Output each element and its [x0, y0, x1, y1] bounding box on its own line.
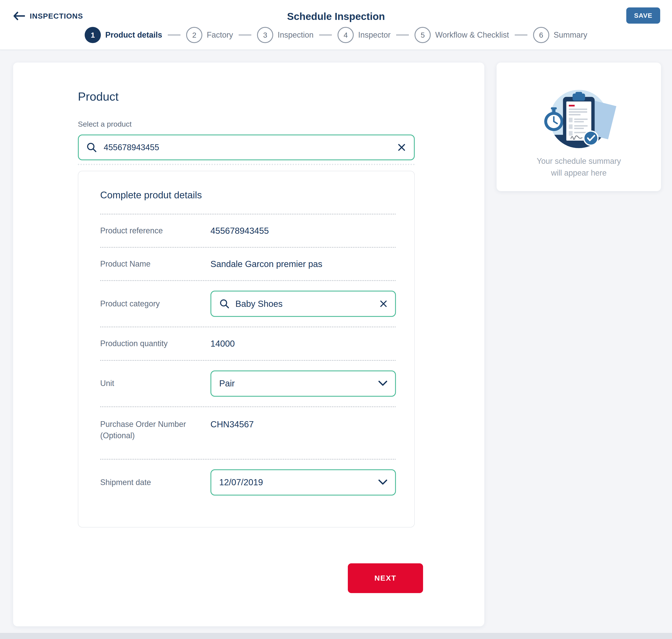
field-label: Purchase Order Number (Optional) — [100, 419, 211, 441]
purchase-order-value: CHN34567 — [211, 419, 254, 429]
page-title: Schedule Inspection — [0, 11, 672, 22]
product-category-value: Baby Shoes — [235, 299, 373, 309]
select-product-label: Select a product — [78, 120, 415, 128]
field-label: Product reference — [100, 225, 211, 236]
product-category-search-field[interactable]: Baby Shoes — [211, 291, 396, 317]
product-search-field[interactable] — [78, 135, 415, 160]
field-label: Shipment date — [100, 477, 211, 488]
chevron-down-icon — [378, 479, 387, 485]
next-button[interactable]: NEXT — [348, 563, 423, 593]
chevron-down-icon — [378, 380, 387, 387]
product-category-row: Product category Baby Shoes — [100, 281, 396, 327]
app-header: INSPECTIONS Schedule Inspection SAVE 1 P… — [0, 0, 672, 50]
schedule-summary-card: Your schedule summary will appear here — [497, 63, 661, 191]
step-number-badge: 1 — [85, 27, 101, 43]
clear-category-icon[interactable] — [379, 300, 387, 308]
step-inspection[interactable]: 3 Inspection — [257, 27, 314, 43]
details-heading: Complete produt details — [100, 188, 396, 214]
unit-select[interactable]: Pair — [211, 371, 396, 397]
step-label: Workflow & Checklist — [435, 30, 509, 40]
field-label: Product Name — [100, 258, 211, 270]
page-bottom-edge — [0, 633, 672, 639]
step-connector — [396, 34, 409, 35]
step-number-badge: 6 — [533, 27, 549, 43]
step-number-badge: 4 — [337, 27, 354, 43]
field-label: Unit — [100, 378, 211, 389]
search-field-shadow — [78, 164, 415, 165]
field-label-line1: Purchase Order Number — [100, 419, 211, 430]
step-label: Product details — [105, 30, 162, 40]
clear-search-icon[interactable] — [397, 143, 406, 152]
summary-placeholder-line1: Your schedule summary — [497, 155, 661, 167]
field-label: Production quantity — [100, 338, 211, 349]
product-name-value: Sandale Garcon premier pas — [211, 259, 322, 269]
step-connector — [239, 34, 251, 35]
production-quantity-row: Production quantity 14000 — [100, 327, 396, 360]
summary-placeholder-line2: will appear here — [497, 167, 661, 179]
product-name-row: Product Name Sandale Garcon premier pas — [100, 248, 396, 280]
product-reference-row: Product reference 455678943455 — [100, 215, 396, 247]
step-number-badge: 2 — [186, 27, 202, 43]
clipboard-schedule-illustration — [535, 87, 623, 151]
production-quantity-value: 14000 — [211, 339, 235, 348]
step-label: Summary — [554, 30, 587, 40]
save-button[interactable]: SAVE — [626, 7, 660, 24]
summary-placeholder-text: Your schedule summary will appear here — [497, 155, 661, 179]
unit-row: Unit Pair — [100, 361, 396, 406]
product-search-input[interactable] — [104, 143, 391, 152]
search-icon — [219, 298, 230, 309]
step-workflow-checklist[interactable]: 5 Workflow & Checklist — [414, 27, 509, 43]
step-connector — [168, 34, 181, 35]
purchase-order-row: Purchase Order Number (Optional) CHN3456… — [100, 407, 396, 459]
product-details-panel: Complete produt details Product referenc… — [78, 171, 415, 528]
shipment-date-select[interactable]: 12/07/2019 — [211, 469, 396, 496]
step-connector — [319, 34, 332, 35]
step-number-badge: 3 — [257, 27, 273, 43]
step-label: Inspector — [358, 30, 391, 40]
product-form-card: Product Select a product Complete produt… — [13, 63, 484, 626]
step-number-badge: 5 — [414, 27, 431, 43]
stepper: 1 Product details 2 Factory 3 Inspection… — [0, 26, 672, 44]
step-summary[interactable]: 6 Summary — [533, 27, 587, 43]
step-inspector[interactable]: 4 Inspector — [337, 27, 391, 43]
field-label-line2: (Optional) — [100, 430, 211, 441]
step-factory[interactable]: 2 Factory — [186, 27, 233, 43]
step-label: Factory — [207, 30, 233, 40]
product-reference-value: 455678943455 — [211, 226, 269, 236]
step-product-details[interactable]: 1 Product details — [85, 27, 162, 43]
search-icon — [86, 142, 97, 153]
field-label: Product category — [100, 298, 211, 309]
section-heading-product: Product — [78, 63, 415, 103]
unit-selected-value: Pair — [219, 378, 372, 388]
shipment-date-value: 12/07/2019 — [219, 478, 372, 487]
step-connector — [515, 34, 528, 35]
shipment-date-row: Shipment date 12/07/2019 — [100, 460, 396, 509]
step-label: Inspection — [278, 30, 314, 40]
